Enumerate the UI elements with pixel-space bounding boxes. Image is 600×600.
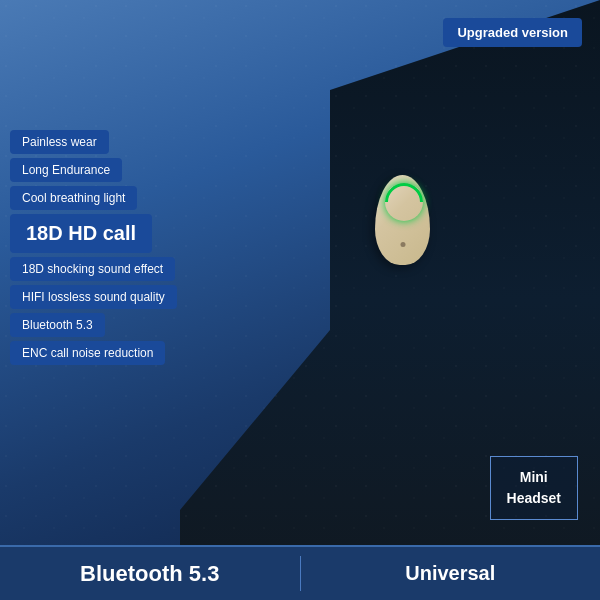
earphone-body [375,175,430,265]
earphone-image [355,175,445,305]
tag-cool-breathing: Cool breathing light [10,186,137,210]
feature-tags: Painless wear Long Endurance Cool breath… [10,130,177,365]
mini-headset-line1: Mini [520,469,548,485]
tag-long-endurance: Long Endurance [10,158,122,182]
bottom-bar-bluetooth: Bluetooth 5.3 [0,561,300,587]
upgraded-badge: Upgraded version [443,18,582,47]
mini-headset-line2: Headset [507,490,561,506]
tag-shocking-sound: 18D shocking sound effect [10,257,175,281]
tag-bluetooth: Bluetooth 5.3 [10,313,105,337]
earphone-dot [400,242,405,247]
mini-headset-box: Mini Headset [490,456,578,520]
tag-painless-wear: Painless wear [10,130,109,154]
bottom-bar-universal: Universal [301,562,601,585]
tag-hd-call: 18D HD call [10,214,152,253]
tag-enc-call: ENC call noise reduction [10,341,165,365]
bottom-bar: Bluetooth 5.3 Universal [0,545,600,600]
breathing-light-icon [377,175,431,229]
scene: Upgraded version Painless wear Long Endu… [0,0,600,600]
tag-hifi-sound: HIFI lossless sound quality [10,285,177,309]
